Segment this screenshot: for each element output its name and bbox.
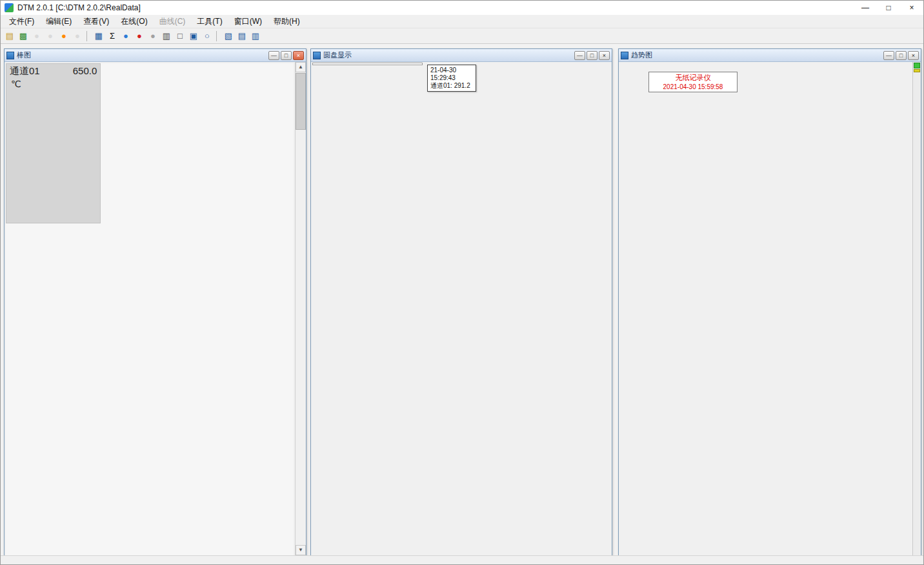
app-window: DTM 2.0.1 [C:\DTM 2.0.2\RealData] — □ × … xyxy=(0,0,924,565)
menu-item-tools[interactable]: 工具(T) xyxy=(191,15,228,28)
disk-window-titlebar[interactable]: 圆盘显示 — □ × xyxy=(311,49,612,62)
trend-window-minimize-button[interactable]: — xyxy=(883,51,894,60)
open-icon[interactable]: ▤ xyxy=(3,30,16,42)
disk-window-restore-button[interactable]: □ xyxy=(587,51,598,60)
sum-icon[interactable]: Σ xyxy=(106,30,119,42)
bar-cell-gauge-area: ℃ xyxy=(6,77,100,172)
bar-cell-header: 通道01650.0 xyxy=(6,64,100,77)
tile-horizontal-icon[interactable]: ▤ xyxy=(236,30,248,42)
window-icon xyxy=(6,52,14,59)
disk-window-close-button[interactable]: × xyxy=(599,51,610,60)
bar-window-body: 通道01650.0℃ ▲ ▼ xyxy=(5,62,306,555)
print-icon[interactable]: ▥ xyxy=(160,30,173,42)
trend-window-titlebar[interactable]: 趋势图 — □ × xyxy=(619,49,921,62)
bar-window-restore-button[interactable]: □ xyxy=(281,51,292,60)
channel-name: 通道01 xyxy=(10,65,40,77)
trend-scroll-thumb[interactable] xyxy=(914,63,920,68)
pause-icon[interactable]: ● xyxy=(71,30,84,42)
polar-chart xyxy=(311,62,612,555)
close-button[interactable]: × xyxy=(900,1,923,15)
bar-gauge-cell: 通道01650.0℃ xyxy=(6,63,101,223)
disk-display-window: 圆盘显示 — □ × 21-04-30 15:29:43 通道01: 291.2 xyxy=(310,48,612,555)
trend-window-body: 无纸记录仪 2021-04-30 15:59:58 xyxy=(619,62,921,555)
stop-icon[interactable]: ● xyxy=(44,30,57,42)
realtime-icon[interactable]: ● xyxy=(133,30,146,42)
window-controls: — □ × xyxy=(854,1,923,15)
bar-window-controls: — □ × xyxy=(268,51,304,60)
scroll-up-icon[interactable]: ▲ xyxy=(296,62,306,72)
legend-title: 无纸记录仪 xyxy=(649,73,737,83)
disk-window-minimize-button[interactable]: — xyxy=(574,51,585,60)
bar-window-title: 棒图 xyxy=(17,50,31,60)
scroll-thumb[interactable] xyxy=(296,73,306,130)
disk-window-title: 圆盘显示 xyxy=(323,50,352,60)
bar-scrollbar[interactable]: ▲ ▼ xyxy=(295,62,306,555)
toolbar: ▤▩●●●●▦Σ●●●▥□▣○▧▤▥ xyxy=(1,28,923,44)
channel-max-value: 650.0 xyxy=(73,65,97,77)
bar-window-titlebar[interactable]: 棒图 — □ × xyxy=(5,49,306,62)
bar-window-close-button[interactable]: × xyxy=(293,51,304,60)
tooltip-value: 通道01: 291.2 xyxy=(430,82,473,90)
disk-window-body: 21-04-30 15:29:43 通道01: 291.2 xyxy=(311,62,612,555)
toolbar-separator xyxy=(216,31,219,41)
scroll-down-icon[interactable]: ▼ xyxy=(296,545,306,555)
bar-window-minimize-button[interactable]: — xyxy=(268,51,279,60)
menu-item-view[interactable]: 查看(V) xyxy=(77,15,115,28)
menu-item-edit[interactable]: 编辑(E) xyxy=(40,15,77,28)
toolbar-separator xyxy=(86,31,89,41)
window-icon xyxy=(621,52,628,59)
info-icon[interactable]: ● xyxy=(119,30,132,42)
table-icon[interactable]: ▦ xyxy=(92,30,105,42)
zoom-icon[interactable]: ○ xyxy=(201,30,214,42)
trend-window-restore-button[interactable]: □ xyxy=(896,51,907,60)
menu-item-online[interactable]: 在线(O) xyxy=(115,15,153,28)
bar-chart-window: 棒图 — □ × 通道01650.0℃ ▲ ▼ xyxy=(4,48,306,555)
channel-list xyxy=(312,63,423,65)
cascade-windows-icon[interactable]: ▧ xyxy=(222,30,235,42)
legend-timestamp: 2021-04-30 15:59:58 xyxy=(649,83,737,91)
maximize-button[interactable]: □ xyxy=(877,1,900,15)
trend-legend: 无纸记录仪 2021-04-30 15:59:58 xyxy=(648,72,738,92)
window-title: DTM 2.0.1 [C:\DTM 2.0.2\RealData] xyxy=(17,3,141,12)
menu-item-window[interactable]: 窗口(W) xyxy=(228,15,268,28)
status-bar xyxy=(1,555,923,564)
menu-item-help[interactable]: 帮助(H) xyxy=(268,15,306,28)
menu-item-file[interactable]: 文件(F) xyxy=(3,15,40,28)
preview-icon[interactable]: □ xyxy=(174,30,186,42)
record-icon[interactable]: ● xyxy=(57,30,70,42)
menu-bar: 文件(F)编辑(E)查看(V)在线(O)曲线(C)工具(T)窗口(W)帮助(H) xyxy=(1,15,923,28)
trend-scrollbar[interactable] xyxy=(912,62,921,555)
export-icon[interactable]: ▩ xyxy=(17,30,30,42)
trend-window-title: 趋势图 xyxy=(631,50,652,60)
mdi-area: 棒图 — □ × 通道01650.0℃ ▲ ▼ 圆盘显示 xyxy=(1,45,923,555)
app-icon xyxy=(5,3,14,12)
data-tooltip: 21-04-30 15:29:43 通道01: 291.2 xyxy=(427,65,476,92)
copy-icon[interactable]: ▣ xyxy=(187,30,200,42)
trend-chart-window: 趋势图 — □ × 无纸记录仪 2021-04-30 15:59:58 xyxy=(618,48,921,555)
minimize-button[interactable]: — xyxy=(854,1,877,15)
bar-gauge-grid: 通道01650.0℃ xyxy=(6,63,294,555)
history-icon[interactable]: ● xyxy=(146,30,159,42)
trend-plot xyxy=(619,62,913,554)
titlebar: DTM 2.0.1 [C:\DTM 2.0.2\RealData] — □ × xyxy=(1,1,923,15)
trend-window-controls: — □ × xyxy=(883,51,919,60)
disk-window-controls: — □ × xyxy=(574,51,610,60)
tooltip-time: 15:29:43 xyxy=(430,74,473,82)
menu-item-curve[interactable]: 曲线(C) xyxy=(154,15,192,28)
trend-window-close-button[interactable]: × xyxy=(908,51,919,60)
window-icon xyxy=(313,52,321,59)
trend-scroll-marker xyxy=(914,69,920,72)
unit-label: ℃ xyxy=(11,79,21,89)
back-icon[interactable]: ● xyxy=(30,30,43,42)
tooltip-date: 21-04-30 xyxy=(430,67,473,74)
tile-vertical-icon[interactable]: ▥ xyxy=(249,30,262,42)
